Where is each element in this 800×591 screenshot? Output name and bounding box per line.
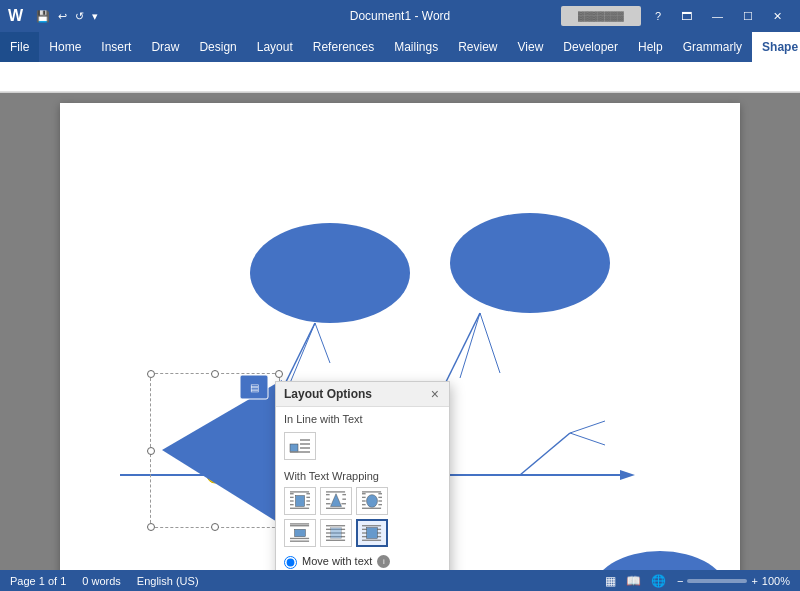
read-mode-btn[interactable]: 📖 xyxy=(623,573,644,589)
handle-tm[interactable] xyxy=(211,370,219,378)
inline-text-btn[interactable] xyxy=(284,432,316,460)
handle-tl[interactable] xyxy=(147,370,155,378)
svg-rect-27 xyxy=(295,496,304,507)
document-area: ▤ Layout Options × In Line with Text xyxy=(0,93,800,570)
tab-home[interactable]: Home xyxy=(39,32,91,62)
view-icons: ▦ 📖 🌐 xyxy=(602,573,669,589)
ribbon-toggle-btn[interactable]: 🗖 xyxy=(671,0,702,32)
move-with-text-info-icon[interactable]: i xyxy=(377,555,390,568)
zoom-in-btn[interactable]: + xyxy=(751,575,757,587)
handle-bm[interactable] xyxy=(211,523,219,531)
svg-rect-58 xyxy=(295,529,306,536)
tab-references[interactable]: References xyxy=(303,32,384,62)
svg-point-17 xyxy=(592,551,728,570)
status-bar-right: ▦ 📖 🌐 − + 100% xyxy=(602,573,790,589)
redo-quick-btn[interactable]: ↺ xyxy=(72,8,87,25)
inline-label: In Line with Text xyxy=(276,407,449,428)
layout-options-popup: Layout Options × In Line with Text Wit xyxy=(275,381,450,570)
popup-title: Layout Options xyxy=(284,387,372,401)
print-layout-btn[interactable]: ▦ xyxy=(602,573,619,589)
inline-option-row xyxy=(276,428,449,464)
zoom-out-btn[interactable]: − xyxy=(677,575,683,587)
svg-line-5 xyxy=(290,323,315,383)
save-quick-btn[interactable]: 💾 xyxy=(33,8,53,25)
popup-radio-section: Move with text i Fix position onpage i xyxy=(276,549,449,570)
move-with-text-row: Move with text i xyxy=(284,555,441,569)
svg-point-47 xyxy=(367,495,378,508)
svg-marker-38 xyxy=(331,494,342,507)
tab-layout[interactable]: Layout xyxy=(247,32,303,62)
svg-line-10 xyxy=(520,433,570,475)
maximize-btn[interactable]: ☐ xyxy=(733,0,763,32)
svg-rect-22 xyxy=(290,444,298,452)
svg-line-9 xyxy=(480,313,500,373)
window-controls: ? 🗖 — ☐ ✕ xyxy=(645,0,792,32)
move-with-text-label: Move with text xyxy=(302,555,372,567)
zoom-slider[interactable] xyxy=(687,579,747,583)
word-icon: W xyxy=(8,7,23,25)
status-bar: Page 1 of 1 0 words English (US) ▦ 📖 🌐 −… xyxy=(0,570,800,591)
svg-marker-1 xyxy=(620,470,635,480)
svg-point-2 xyxy=(250,223,410,323)
svg-line-6 xyxy=(315,323,330,363)
ribbon: File Home Insert Draw Design Layout Refe… xyxy=(0,32,800,93)
wrap-in-front-btn[interactable] xyxy=(356,519,388,547)
help-btn[interactable]: ? xyxy=(645,0,671,32)
profile-text: ▓▓▓▓▓▓▓ xyxy=(578,11,624,21)
handle-tr[interactable] xyxy=(275,370,283,378)
tab-grammarly[interactable]: Grammarly xyxy=(673,32,752,62)
svg-line-12 xyxy=(570,433,605,445)
svg-rect-74 xyxy=(367,528,378,539)
popup-header: Layout Options × xyxy=(276,382,449,407)
handle-ml[interactable] xyxy=(147,447,155,455)
tab-developer[interactable]: Developer xyxy=(553,32,628,62)
page-info: Page 1 of 1 xyxy=(10,575,66,587)
tab-shape-format[interactable]: Shape Format xyxy=(752,32,800,62)
tab-design[interactable]: Design xyxy=(189,32,246,62)
wrapping-row-2 xyxy=(276,517,449,549)
word-count: 0 words xyxy=(82,575,121,587)
tab-draw[interactable]: Draw xyxy=(141,32,189,62)
ribbon-content xyxy=(0,62,800,92)
customize-quick-btn[interactable]: ▾ xyxy=(89,8,101,25)
svg-line-11 xyxy=(570,421,605,433)
wrapping-row-1 xyxy=(276,485,449,517)
move-with-text-radio[interactable] xyxy=(284,556,297,569)
tab-mailings[interactable]: Mailings xyxy=(384,32,448,62)
language: English (US) xyxy=(137,575,199,587)
document-page: ▤ Layout Options × In Line with Text xyxy=(60,103,740,570)
zoom-level: 100% xyxy=(762,575,790,587)
web-layout-btn[interactable]: 🌐 xyxy=(648,573,669,589)
svg-line-8 xyxy=(460,313,480,378)
popup-close-btn[interactable]: × xyxy=(429,387,441,401)
wrap-through-btn[interactable] xyxy=(356,487,388,515)
tab-review[interactable]: Review xyxy=(448,32,507,62)
title-bar: W 💾 ↩ ↺ ▾ Document1 - Word ▓▓▓▓▓▓▓ ? 🗖 —… xyxy=(0,0,800,32)
wrap-square-btn[interactable] xyxy=(284,487,316,515)
wrapping-label: With Text Wrapping xyxy=(276,464,449,485)
undo-quick-btn[interactable]: ↩ xyxy=(55,8,70,25)
tab-insert[interactable]: Insert xyxy=(91,32,141,62)
quick-access-toolbar: 💾 ↩ ↺ ▾ xyxy=(33,8,101,25)
window-title: Document1 - Word xyxy=(350,9,450,23)
wrap-tight-btn[interactable] xyxy=(320,487,352,515)
svg-point-3 xyxy=(450,213,610,313)
zoom-bar: − + 100% xyxy=(677,575,790,587)
svg-rect-68 xyxy=(331,528,342,539)
close-btn[interactable]: ✕ xyxy=(763,0,792,32)
profile-box[interactable]: ▓▓▓▓▓▓▓ xyxy=(561,6,641,26)
ribbon-tab-bar: File Home Insert Draw Design Layout Refe… xyxy=(0,32,800,62)
minimize-btn[interactable]: — xyxy=(702,0,733,32)
wrap-top-bottom-btn[interactable] xyxy=(284,519,316,547)
selection-box xyxy=(150,373,280,528)
title-bar-right: ▓▓▓▓▓▓▓ ? 🗖 — ☐ ✕ xyxy=(561,0,792,32)
tab-file[interactable]: File xyxy=(0,32,39,62)
wrap-behind-text-btn[interactable] xyxy=(320,519,352,547)
handle-bl[interactable] xyxy=(147,523,155,531)
title-bar-left: W 💾 ↩ ↺ ▾ xyxy=(8,7,101,25)
tab-view[interactable]: View xyxy=(508,32,554,62)
tab-help[interactable]: Help xyxy=(628,32,673,62)
